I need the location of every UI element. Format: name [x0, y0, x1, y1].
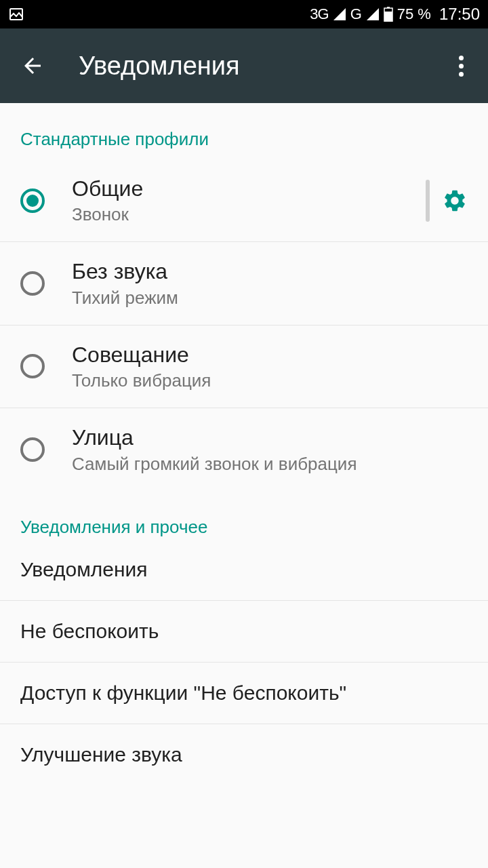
network-3g-label: 3G [310, 5, 328, 23]
signal-icon-2 [366, 7, 380, 21]
section-header-other: Уведомления и прочее [0, 491, 488, 547]
list-item-dnd[interactable]: Не беспокоить [0, 600, 488, 662]
section-header-profiles: Стандартные профили [0, 103, 488, 159]
profile-row-outdoor[interactable]: Улица Самый громкий звонок и вибрация [0, 408, 488, 490]
vertical-divider [426, 180, 430, 222]
profile-title: Совещание [72, 342, 468, 368]
overflow-menu-button[interactable] [453, 50, 469, 82]
network-g-label: G [350, 5, 362, 23]
list-item-sound-improve[interactable]: Улучшение звука [0, 724, 488, 785]
profile-subtitle: Только вибрация [72, 370, 468, 391]
dot-icon [459, 56, 464, 60]
back-button[interactable] [19, 52, 46, 79]
list-item-notifications[interactable]: Уведомления [0, 547, 488, 600]
profile-subtitle: Тихий режим [72, 288, 468, 309]
battery-icon [384, 7, 393, 22]
radio-unselected-icon[interactable] [20, 354, 45, 378]
gear-icon[interactable] [442, 188, 468, 214]
status-bar: 3G G 75 % 17:50 [0, 0, 488, 28]
profile-row-general[interactable]: Общие Звонок [0, 159, 488, 242]
profile-title: Улица [72, 425, 468, 450]
profile-title: Общие [72, 176, 426, 201]
list-item-dnd-access[interactable]: Доступ к функции "Не беспокоить" [0, 662, 488, 724]
radio-unselected-icon[interactable] [20, 437, 45, 462]
svg-rect-3 [384, 12, 392, 22]
profile-title: Без звука [72, 258, 468, 284]
profile-row-silent[interactable]: Без звука Тихий режим [0, 242, 488, 325]
dot-icon [459, 72, 464, 77]
image-icon [8, 6, 24, 22]
page-title: Уведомления [79, 52, 453, 81]
radio-unselected-icon[interactable] [20, 271, 45, 296]
signal-icon-1 [333, 7, 346, 21]
radio-selected-icon[interactable] [20, 189, 45, 213]
clock: 17:50 [439, 5, 480, 24]
content-area: Стандартные профили Общие Звонок Без зву… [0, 103, 488, 785]
dot-icon [459, 64, 464, 68]
profile-row-meeting[interactable]: Совещание Только вибрация [0, 326, 488, 408]
profile-subtitle: Звонок [72, 204, 426, 225]
profile-subtitle: Самый громкий звонок и вибрация [72, 454, 468, 475]
app-bar: Уведомления [0, 28, 488, 103]
battery-percent: 75 % [397, 5, 431, 23]
